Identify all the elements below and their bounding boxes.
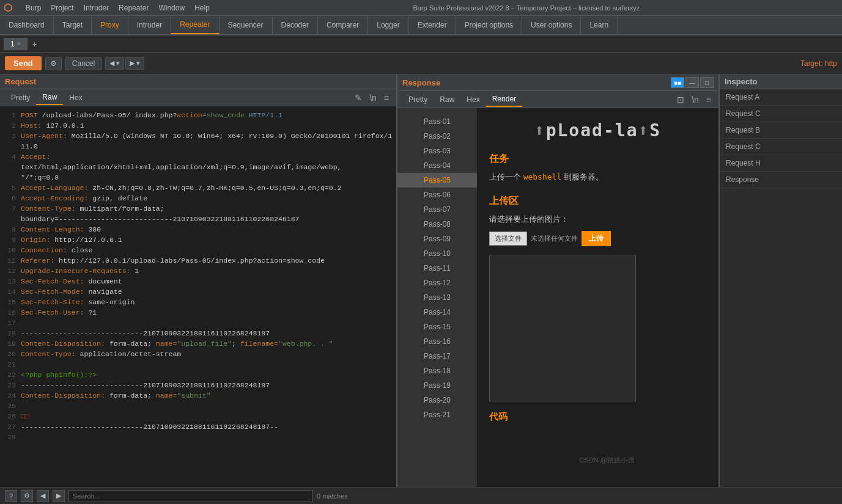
req-tab-hex[interactable]: Hex xyxy=(63,91,88,104)
sidebar-pass-01[interactable]: Pass-01 xyxy=(397,114,477,129)
upload-section-title: 上传区 xyxy=(489,195,706,208)
upload-submit-button[interactable]: 上传 xyxy=(582,231,611,246)
search-input[interactable] xyxy=(68,490,313,502)
tab-logger[interactable]: Logger xyxy=(368,16,408,34)
response-sub-tabs: Pretty Raw Hex Render ⊡ \n ≡ xyxy=(397,91,718,108)
sidebar-pass-05[interactable]: Pass-05 xyxy=(397,173,477,188)
settings-button[interactable]: ⚙ xyxy=(45,57,62,70)
send-button[interactable]: Send xyxy=(5,56,42,70)
cancel-button[interactable]: Cancel xyxy=(65,57,102,70)
request-title: Request xyxy=(5,77,36,86)
logo-icon: ⬡ xyxy=(4,2,12,13)
code-line-22: 22 <?php phpinfo();?> xyxy=(0,370,396,380)
view-full-btn[interactable]: □ xyxy=(700,77,714,88)
upload-labs-logo: ⬆pLoad-la⬆S xyxy=(489,120,706,141)
response-panel: Response ■■ — □ Pretty Raw Hex Render ⊡ … xyxy=(397,75,720,487)
inspector-request-c2[interactable]: Request C xyxy=(720,139,842,155)
sidebar-pass-21[interactable]: Pass-21 xyxy=(397,407,477,422)
code-line-4: 4 Accept: xyxy=(0,152,396,162)
code-line-26: 26 □□ xyxy=(0,411,396,422)
upload-controls: 选择文件 未选择任何文件 上传 xyxy=(489,231,706,246)
tab-user-options[interactable]: User options xyxy=(522,16,581,34)
upload-labs-sidebar: Pass-01 Pass-02 Pass-03 Pass-04 Pass-05 … xyxy=(397,108,477,487)
sidebar-pass-17[interactable]: Pass-17 xyxy=(397,349,477,363)
nav-prev-btn[interactable]: ◀ xyxy=(37,490,49,502)
req-tab-raw[interactable]: Raw xyxy=(36,90,63,105)
sidebar-pass-12[interactable]: Pass-12 xyxy=(397,276,477,290)
repeater-tab-1[interactable]: 1 × xyxy=(4,38,28,50)
sidebar-pass-02[interactable]: Pass-02 xyxy=(397,129,477,144)
resp-tab-render[interactable]: Render xyxy=(486,92,522,107)
req-action-wrap[interactable]: \n xyxy=(367,92,379,104)
response-header: Response ■■ — □ xyxy=(397,75,718,91)
repeater-tab-label: 1 xyxy=(10,40,15,48)
sidebar-pass-07[interactable]: Pass-07 xyxy=(397,202,477,217)
sidebar-pass-16[interactable]: Pass-16 xyxy=(397,334,477,349)
render-area: Pass-01 Pass-02 Pass-03 Pass-04 Pass-05 … xyxy=(397,108,718,487)
inspector-response[interactable]: Response xyxy=(720,172,842,188)
req-action-edit[interactable]: ✎ xyxy=(352,92,364,104)
resp-tab-raw[interactable]: Raw xyxy=(434,93,460,106)
sidebar-pass-06[interactable]: Pass-06 xyxy=(397,188,477,202)
tab-learn[interactable]: Learn xyxy=(581,16,618,34)
inspector-request-c1[interactable]: Request C xyxy=(720,106,842,122)
resp-action-btn1[interactable]: ⊡ xyxy=(674,93,687,106)
help-icon-btn[interactable]: ? xyxy=(5,490,17,502)
nav-forward-button[interactable]: ▶ ▾ xyxy=(125,57,144,70)
inspector-header: Inspecto xyxy=(720,75,842,89)
resp-tab-pretty[interactable]: Pretty xyxy=(402,93,434,106)
code-section-title: 代码 xyxy=(489,411,706,423)
sidebar-pass-20[interactable]: Pass-20 xyxy=(397,393,477,407)
resp-action-menu[interactable]: ≡ xyxy=(704,93,714,106)
tab-decoder[interactable]: Decoder xyxy=(273,16,318,34)
sidebar-pass-14[interactable]: Pass-14 xyxy=(397,305,477,320)
repeater-tab-close[interactable]: × xyxy=(17,40,21,47)
sidebar-pass-15[interactable]: Pass-15 xyxy=(397,320,477,334)
task-desc: 上传一个 webshell 到服务器。 xyxy=(489,172,706,183)
settings-icon-btn[interactable]: ⚙ xyxy=(21,490,33,502)
sidebar-pass-03[interactable]: Pass-03 xyxy=(397,144,477,158)
inspector-request-h[interactable]: Request H xyxy=(720,155,842,172)
nav-next-btn[interactable]: ▶ xyxy=(53,490,65,502)
view-mode-buttons: ■■ — □ xyxy=(671,77,714,88)
tab-project-options[interactable]: Project options xyxy=(456,16,522,34)
sidebar-pass-13[interactable]: Pass-13 xyxy=(397,290,477,305)
code-line-16: 16 Sec-Fetch-User: ?1 xyxy=(0,307,396,318)
menu-burp[interactable]: Burp xyxy=(21,2,46,13)
menu-help[interactable]: Help xyxy=(190,2,215,13)
resp-tab-hex[interactable]: Hex xyxy=(460,93,486,106)
menu-project[interactable]: Project xyxy=(46,2,78,13)
sidebar-pass-11[interactable]: Pass-11 xyxy=(397,261,477,276)
choose-file-button[interactable]: 选择文件 xyxy=(489,232,527,246)
menu-intruder[interactable]: Intruder xyxy=(79,2,114,13)
add-repeater-tab[interactable]: + xyxy=(29,38,41,50)
view-horizontal-btn[interactable]: — xyxy=(685,77,699,88)
sidebar-pass-19[interactable]: Pass-19 xyxy=(397,378,477,393)
sidebar-pass-09[interactable]: Pass-09 xyxy=(397,232,477,246)
request-code-area[interactable]: 1 POST /upload-labs/Pass-05/ index.php?a… xyxy=(0,106,396,487)
tab-intruder[interactable]: Intruder xyxy=(128,16,171,34)
tab-target[interactable]: Target xyxy=(54,16,92,34)
inspector-request-b[interactable]: Request B xyxy=(720,122,842,139)
resp-action-btn2[interactable]: \n xyxy=(689,93,701,106)
tab-comparer[interactable]: Comparer xyxy=(318,16,368,34)
upload-labs-content: ⬆pLoad-la⬆S 任务 上传一个 webshell 到服务器。 上传区 请… xyxy=(477,108,718,487)
tab-sequencer[interactable]: Sequencer xyxy=(220,16,273,34)
sidebar-pass-10[interactable]: Pass-10 xyxy=(397,246,477,261)
inspector-request-a[interactable]: Request A xyxy=(720,89,842,106)
task-desc-prefix: 上传一个 xyxy=(489,172,523,181)
sidebar-pass-08[interactable]: Pass-08 xyxy=(397,217,477,232)
req-tab-pretty[interactable]: Pretty xyxy=(5,91,36,104)
tab-extender[interactable]: Extender xyxy=(409,16,456,34)
sidebar-pass-18[interactable]: Pass-18 xyxy=(397,363,477,378)
tab-repeater[interactable]: Repeater xyxy=(171,16,219,34)
menu-repeater[interactable]: Repeater xyxy=(114,2,153,13)
sidebar-pass-04[interactable]: Pass-04 xyxy=(397,158,477,173)
req-action-menu[interactable]: ≡ xyxy=(382,92,391,104)
menu-window[interactable]: Window xyxy=(153,2,190,13)
view-split-btn[interactable]: ■■ xyxy=(671,77,684,88)
tab-dashboard[interactable]: Dashboard xyxy=(0,16,54,34)
tab-proxy[interactable]: Proxy xyxy=(92,16,128,34)
nav-back-button[interactable]: ◀ ▾ xyxy=(105,57,124,70)
code-line-10: 10 Connection: close xyxy=(0,245,396,255)
